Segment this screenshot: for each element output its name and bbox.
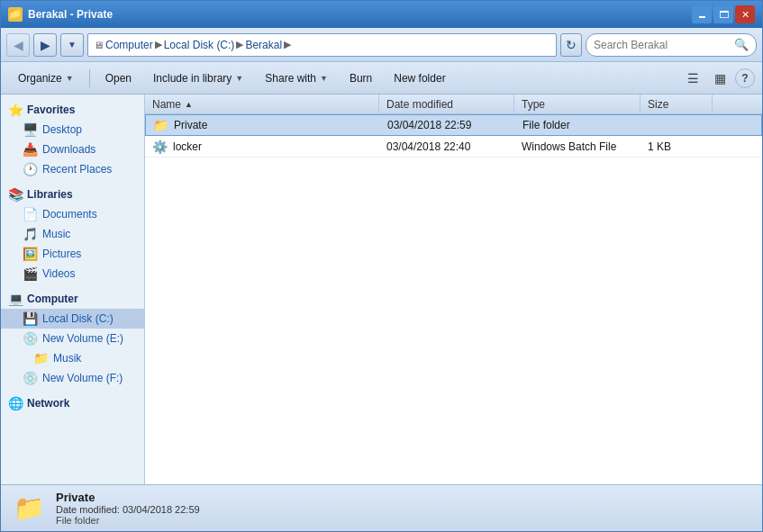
sidebar-network-header[interactable]: 🌐 Network [1, 393, 144, 413]
sidebar-libraries-header[interactable]: 📚 Libraries [1, 185, 144, 204]
view-options-button[interactable]: ☰ [681, 67, 704, 90]
computer-label: Computer [27, 293, 78, 305]
col-name-label: Name [152, 98, 181, 111]
status-date-label: Date modified: [56, 504, 120, 515]
file-name-locker: locker [173, 140, 202, 153]
file-date-locker: 03/04/2018 22:40 [386, 140, 470, 153]
musik-label: Musik [53, 352, 81, 365]
title-controls: 🗕 🗖 ✕ [692, 5, 755, 23]
forward-button[interactable]: ▶ [33, 33, 57, 57]
videos-label: Videos [42, 267, 75, 280]
documents-icon: 📄 [23, 207, 37, 221]
desktop-label: Desktop [42, 123, 82, 136]
share-with-button[interactable]: Share with ▼ [255, 66, 338, 91]
sidebar-item-music[interactable]: 🎵 Music [1, 224, 144, 244]
share-dropdown-icon: ▼ [320, 74, 328, 83]
maximize-button[interactable]: 🗖 [713, 5, 733, 23]
file-row-locker[interactable]: ⚙️ locker 03/04/2018 22:40 Windows Batch… [145, 136, 762, 158]
col-header-size[interactable]: Size [640, 95, 713, 113]
sidebar-item-videos[interactable]: 🎬 Videos [1, 264, 144, 284]
status-date-value: 03/04/2018 22:59 [123, 504, 200, 515]
sidebar-item-new-volume-e[interactable]: 💿 New Volume (E:) [1, 329, 144, 348]
file-cell-name-private: 📁 Private [146, 118, 380, 132]
favorites-label: Favorites [27, 104, 75, 116]
file-size-locker: 1 KB [648, 140, 671, 153]
sidebar-item-downloads[interactable]: 📥 Downloads [1, 140, 144, 159]
close-button[interactable]: ✕ [735, 5, 755, 23]
sidebar-item-pictures[interactable]: 🖼️ Pictures [1, 244, 144, 264]
new-volume-f-label: New Volume (F:) [42, 372, 123, 384]
libraries-icon: 📚 [8, 187, 23, 202]
include-library-label: Include in library [153, 72, 232, 85]
sidebar: ⭐ Favorites 🖥️ Desktop 📥 Downloads 🕐 Rec… [1, 95, 145, 484]
col-header-name[interactable]: Name ▲ [145, 95, 379, 113]
sidebar-item-documents[interactable]: 📄 Documents [1, 204, 144, 224]
toolbar-sep-1 [89, 69, 90, 87]
include-dropdown-icon: ▼ [235, 74, 243, 83]
file-cell-size-locker: 1 KB [640, 140, 713, 153]
minimize-button[interactable]: 🗕 [692, 5, 712, 23]
back-button[interactable]: ◀ [6, 33, 30, 57]
col-header-date[interactable]: Date modified [379, 95, 514, 113]
file-list-wrapper: Name ▲ Date modified Type Size 📁 [145, 95, 762, 484]
breadcrumb-sep-3: ▶ [284, 39, 291, 50]
network-label: Network [27, 397, 69, 410]
sidebar-section-libraries: 📚 Libraries 📄 Documents 🎵 Music 🖼️ Pictu… [1, 185, 144, 284]
burn-button[interactable]: Burn [340, 66, 382, 91]
search-box: 🔍 [586, 33, 757, 57]
title-bar-left: 📁 Berakal - Private [8, 7, 113, 22]
open-button[interactable]: Open [95, 66, 141, 91]
sidebar-computer-header[interactable]: 💻 Computer [1, 289, 144, 309]
view-panel-button[interactable]: ▦ [708, 67, 731, 90]
col-date-label: Date modified [386, 98, 453, 111]
file-type-private: File folder [522, 119, 570, 131]
organize-label: Organize [18, 72, 62, 85]
window-title: Berakal - Private [28, 8, 113, 21]
sidebar-item-desktop[interactable]: 🖥️ Desktop [1, 120, 144, 140]
col-header-type[interactable]: Type [514, 95, 640, 113]
sidebar-section-network: 🌐 Network [1, 393, 144, 413]
help-button[interactable]: ? [735, 68, 755, 88]
organize-dropdown-icon: ▼ [66, 74, 74, 83]
search-button[interactable]: 🔍 [734, 38, 749, 51]
sidebar-item-local-disk[interactable]: 💾 Local Disk (C:) [1, 309, 144, 329]
breadcrumb-computer[interactable]: Computer [105, 39, 153, 51]
status-date: Date modified: 03/04/2018 22:59 [56, 504, 200, 515]
refresh-button[interactable]: ↻ [560, 33, 582, 57]
file-cell-name-locker: ⚙️ locker [145, 140, 379, 154]
status-info: Private Date modified: 03/04/2018 22:59 … [56, 491, 200, 526]
sidebar-favorites-header[interactable]: ⭐ Favorites [1, 100, 144, 120]
new-folder-button[interactable]: New folder [384, 66, 455, 91]
col-type-label: Type [522, 98, 545, 111]
file-type-locker: Windows Batch File [522, 140, 616, 153]
main-content: ⭐ Favorites 🖥️ Desktop 📥 Downloads 🕐 Rec… [1, 95, 762, 484]
musik-icon: 📁 [33, 351, 48, 365]
search-input[interactable] [594, 39, 731, 51]
include-library-button[interactable]: Include in library ▼ [143, 66, 253, 91]
breadcrumb-sep-2: ▶ [236, 39, 243, 50]
toolbar-right: ☰ ▦ ? [681, 67, 755, 90]
pictures-icon: 🖼️ [23, 247, 37, 261]
status-type: File folder [56, 515, 200, 526]
file-row-private[interactable]: 📁 Private 03/04/2018 22:59 File folder [145, 114, 762, 136]
breadcrumb-localdisk[interactable]: Local Disk (C:) [164, 39, 235, 51]
sidebar-item-musik[interactable]: 📁 Musik [1, 348, 144, 368]
videos-icon: 🎬 [23, 266, 37, 281]
breadcrumb-berakal[interactable]: Berakal [245, 39, 282, 51]
file-list: 📁 Private 03/04/2018 22:59 File folder [145, 114, 762, 484]
sidebar-item-new-volume-f[interactable]: 💿 New Volume (F:) [1, 368, 144, 388]
file-cell-date-private: 03/04/2018 22:59 [380, 119, 515, 131]
new-volume-f-icon: 💿 [23, 371, 37, 385]
sidebar-item-recent-places[interactable]: 🕐 Recent Places [1, 159, 144, 179]
file-cell-type-locker: Windows Batch File [514, 140, 640, 153]
new-volume-e-icon: 💿 [23, 331, 37, 346]
downloads-icon: 📥 [23, 142, 37, 157]
breadcrumb-sep-1: ▶ [155, 39, 162, 50]
batch-icon-locker: ⚙️ [152, 140, 168, 154]
file-name-private: Private [174, 119, 207, 131]
organize-button[interactable]: Organize ▼ [8, 66, 84, 91]
open-label: Open [105, 72, 132, 85]
downloads-label: Downloads [42, 143, 95, 156]
computer-icon: 💻 [8, 292, 23, 306]
dropdown-button[interactable]: ▼ [60, 33, 84, 57]
